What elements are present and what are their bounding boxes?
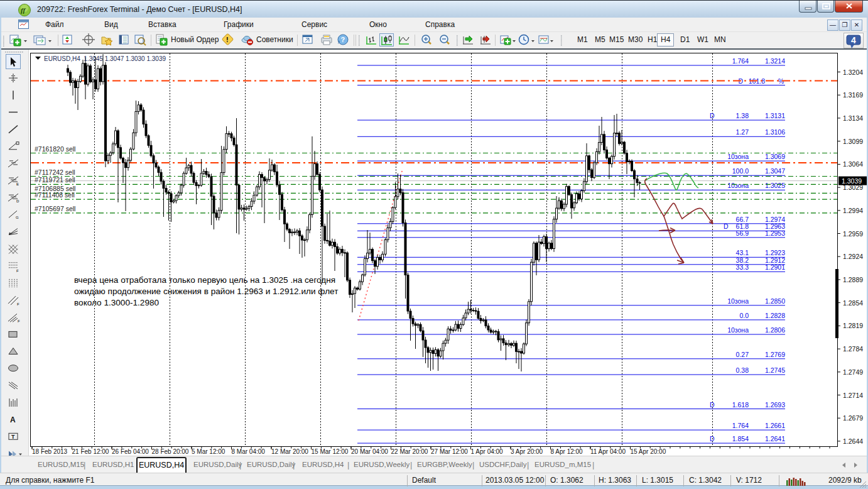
svg-text:1.854: 1.854 <box>732 435 749 442</box>
svg-text:1.2854: 1.2854 <box>843 299 863 307</box>
svg-text:1.2828: 1.2828 <box>765 312 785 319</box>
svg-text:43.1: 43.1 <box>736 249 749 256</box>
svg-text:#7161820 sell: #7161820 sell <box>35 145 75 153</box>
svg-text:15 Mar 12:00: 15 Mar 12:00 <box>312 448 349 455</box>
svg-text:1.2901: 1.2901 <box>765 263 785 271</box>
svg-text:1.2974: 1.2974 <box>765 216 785 223</box>
svg-text:вчера цена отработала только п: вчера цена отработала только первую цель… <box>74 275 335 285</box>
svg-text:W1: W1 <box>697 35 708 44</box>
svg-text:1.2769: 1.2769 <box>765 351 785 358</box>
svg-text:D: D <box>710 112 715 119</box>
svg-text:1.3106: 1.3106 <box>765 128 785 136</box>
svg-text:#7117242 sell: #7117242 sell <box>35 168 75 176</box>
svg-text:#7105697 sell: #7105697 sell <box>35 205 75 212</box>
svg-text:T: T <box>11 434 15 440</box>
svg-text:0.27: 0.27 <box>736 351 749 358</box>
svg-text:1.2806: 1.2806 <box>765 326 785 334</box>
svg-text:33.3: 33.3 <box>736 263 749 271</box>
svg-text:F: F <box>17 302 19 306</box>
svg-text:1.3025: 1.3025 <box>765 182 785 189</box>
svg-text:1.2749: 1.2749 <box>843 368 863 376</box>
svg-text:3 Apr 20:00: 3 Apr 20:00 <box>511 448 543 455</box>
svg-text:1.27: 1.27 <box>736 128 749 136</box>
svg-text:D: D <box>710 435 715 442</box>
svg-text:1.2644: 1.2644 <box>843 437 863 445</box>
svg-text:1.3099: 1.3099 <box>843 138 863 145</box>
svg-text:4: 4 <box>851 35 856 45</box>
svg-text:M1: M1 <box>577 35 588 44</box>
svg-text:D: D <box>724 223 729 230</box>
svg-text:1.764: 1.764 <box>732 422 749 429</box>
svg-text:1.3214: 1.3214 <box>765 57 785 65</box>
svg-text:D: D <box>710 401 715 409</box>
svg-text:10зона: 10зона <box>727 297 749 305</box>
svg-text:H1: H1 <box>648 35 658 44</box>
svg-text:1.2923: 1.2923 <box>765 249 785 256</box>
svg-text:1.2912: 1.2912 <box>765 256 785 264</box>
svg-text:воколо 1.3000-1.2980: воколо 1.3000-1.2980 <box>74 298 160 307</box>
svg-text:1.2679: 1.2679 <box>843 414 863 422</box>
svg-text:D: D <box>16 199 19 203</box>
svg-text:10зона: 10зона <box>727 153 749 160</box>
svg-text:MN: MN <box>714 35 726 44</box>
svg-text:1.3064: 1.3064 <box>843 160 863 168</box>
svg-text:F: F <box>16 269 19 273</box>
svg-text:8 Apr 12:00: 8 Apr 12:00 <box>551 448 583 455</box>
svg-text:66.7: 66.7 <box>736 216 749 223</box>
svg-text:22 Mar 20:00: 22 Mar 20:00 <box>391 448 428 455</box>
svg-text:M5: M5 <box>595 35 605 44</box>
svg-text:1.2889: 1.2889 <box>843 276 863 283</box>
svg-text:EURUSD,H4 1.3045 1.3047 1.303: EURUSD,H4 1.3045 1.3047 1.3030 1.3039 <box>44 55 166 62</box>
svg-text:21 Feb 12:00: 21 Feb 12:00 <box>72 448 109 455</box>
svg-text:1.3039: 1.3039 <box>842 177 862 185</box>
svg-text:#7111408 sell: #7111408 sell <box>35 191 75 199</box>
svg-text:28 Feb 20:00: 28 Feb 20:00 <box>152 448 189 455</box>
svg-text:1.2693: 1.2693 <box>765 401 785 409</box>
svg-text:!: ! <box>226 36 229 43</box>
svg-text:1 Apr 04:00: 1 Apr 04:00 <box>471 448 504 455</box>
svg-text:10зона: 10зона <box>727 182 749 189</box>
svg-text:18 Feb 2013: 18 Feb 2013 <box>32 448 68 455</box>
svg-text:1.2850: 1.2850 <box>765 297 785 305</box>
svg-text:12 Mar 20:00: 12 Mar 20:00 <box>271 448 308 455</box>
svg-text:1.2924: 1.2924 <box>843 253 863 260</box>
svg-text:1.2661: 1.2661 <box>765 422 785 429</box>
svg-text:1.38: 1.38 <box>736 112 749 119</box>
svg-text:1.3134: 1.3134 <box>843 114 863 122</box>
svg-text:H4: H4 <box>661 35 671 44</box>
svg-text:G: G <box>16 216 19 219</box>
svg-text:F: F <box>18 319 20 323</box>
svg-text:D1: D1 <box>680 35 690 44</box>
svg-text:11 Apr 04:00: 11 Apr 04:00 <box>590 448 626 455</box>
svg-text:1.2714: 1.2714 <box>843 392 863 399</box>
svg-text:0.38: 0.38 <box>736 366 749 374</box>
svg-text:27 Mar 12:00: 27 Mar 12:00 <box>431 448 468 455</box>
svg-text:20 Mar 04:00: 20 Mar 04:00 <box>351 448 388 455</box>
svg-text:1.2994: 1.2994 <box>843 207 863 214</box>
svg-text:1.3204: 1.3204 <box>843 69 863 76</box>
svg-text:38.2: 38.2 <box>736 256 749 264</box>
svg-text:1.618: 1.618 <box>732 401 749 409</box>
svg-text:1.764: 1.764 <box>732 57 749 65</box>
svg-text:1.2641: 1.2641 <box>765 435 785 442</box>
svg-text:1.3131: 1.3131 <box>765 112 785 119</box>
svg-text:M30: M30 <box>628 35 643 44</box>
svg-text:1.3169: 1.3169 <box>843 91 863 99</box>
svg-text:5 Mar 12:00: 5 Mar 12:00 <box>192 448 225 455</box>
svg-text:E: E <box>16 182 19 186</box>
svg-text:1.2953: 1.2953 <box>765 229 785 237</box>
svg-text:#7119721 sell: #7119721 sell <box>35 176 75 184</box>
svg-text:1.2959: 1.2959 <box>843 230 863 238</box>
svg-text:1.3047: 1.3047 <box>765 167 785 175</box>
svg-text:10зона: 10зона <box>727 326 749 334</box>
svg-text:26 Feb 04:00: 26 Feb 04:00 <box>112 448 149 455</box>
svg-text:1.2784: 1.2784 <box>843 345 863 353</box>
svg-text:M15: M15 <box>609 35 624 44</box>
svg-text:?: ? <box>341 36 345 43</box>
svg-text:0.0: 0.0 <box>739 312 749 319</box>
svg-text:1.2819: 1.2819 <box>843 322 863 329</box>
svg-text:8 Mar 04:00: 8 Mar 04:00 <box>232 448 266 455</box>
svg-text:15 Apr 20:00: 15 Apr 20:00 <box>631 448 666 455</box>
svg-text:Новый Ордер: Новый Ордер <box>171 35 219 44</box>
svg-text:A: A <box>10 415 16 424</box>
